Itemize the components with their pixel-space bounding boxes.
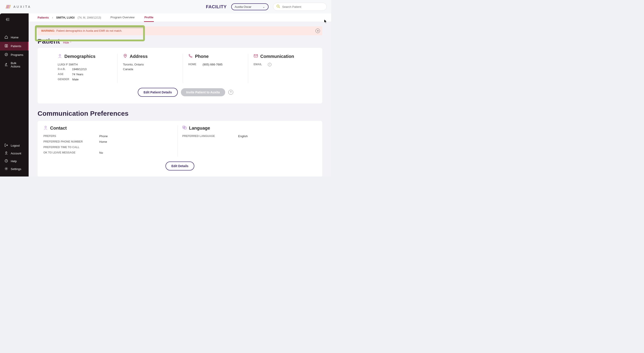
breadcrumb-patients-link[interactable]: Patients (38, 16, 49, 19)
communication-column: Communication EMAIL ! (248, 54, 313, 83)
patient-info-grid: Demographics LUIGI F SMITH D.o.B. 1948/1… (58, 54, 313, 83)
alert-icon: ! (268, 63, 272, 66)
language-column: A Language PREFERRED LANGUAGE English (178, 125, 316, 157)
sidebar-bottom: Logout Account ? Help Settings (0, 142, 28, 176)
invite-patient-button: Invite Patient to Auxita (181, 88, 225, 96)
sidebar-item-label: Settings (11, 167, 21, 171)
top-header: AUXITA FACILITY Auxita Oscar ⌄ (0, 0, 331, 13)
edit-patient-details-button[interactable]: Edit Patient Details (138, 88, 178, 97)
tabs: Program Overview Profile (110, 13, 154, 22)
help-icon: ? (4, 159, 8, 163)
facility-label: FACILITY (206, 4, 227, 9)
invite-help-button[interactable]: ? (228, 90, 233, 95)
hide-patient-link[interactable]: Hide ⌃ (63, 41, 72, 44)
breadcrumb-patient-name: SMITH, LUIGI (56, 16, 74, 19)
prefers-row: PREFERS Phone (44, 134, 173, 138)
pref-lang-row: PREFERRED LANGUAGE English (182, 134, 312, 138)
facility-select[interactable]: Auxita Oscar ⌄ (231, 3, 268, 10)
tab-profile[interactable]: Profile (144, 13, 154, 22)
age-field: AGE 74 Years (58, 73, 112, 76)
alert-close-button[interactable]: ✕ (316, 28, 320, 33)
sidebar-nav: Home Patients Programs Bulk Actions (0, 33, 28, 70)
alert-warning-label: WARNING: (41, 29, 55, 32)
comm-prefs-grid: Contact PREFERS Phone PREFERRED PHONE NU… (44, 125, 316, 157)
edit-comm-details-button[interactable]: Edit Details (166, 162, 194, 170)
patient-section-header: Patient Hide ⌃ (38, 37, 322, 45)
close-icon: ✕ (317, 29, 319, 32)
svg-rect-14 (254, 54, 258, 57)
language-icon: A (182, 125, 187, 131)
sidebar-item-label: Patients (11, 44, 21, 48)
sidebar-item-programs[interactable]: Programs (0, 50, 28, 59)
account-icon (4, 151, 8, 155)
sidebar-item-help[interactable]: ? Help (0, 157, 28, 165)
comm-prefs-section: Communication Preferences Contact PREFER… (38, 110, 322, 176)
patient-card: Demographics LUIGI F SMITH D.o.B. 1948/1… (38, 48, 322, 103)
patients-icon (4, 44, 8, 48)
patient-full-name: LUIGI F SMITH (58, 63, 112, 66)
language-header: A Language (182, 125, 312, 131)
pref-phone-row: PREFERRED PHONE NUMBER Home (44, 140, 173, 143)
phone-column: Phone HOME (905) 666-7685 (183, 54, 248, 83)
sidebar-item-home[interactable]: Home (0, 33, 28, 42)
person-icon (58, 54, 62, 59)
logo-text: AUXITA (14, 5, 31, 8)
bulk-actions-icon (4, 63, 8, 67)
pref-time-row: PREFERRED TIME TO CALL (44, 146, 173, 149)
logo[interactable]: AUXITA (5, 4, 31, 9)
gender-field: GENDER Male (58, 78, 112, 81)
programs-icon (4, 53, 8, 57)
sidebar-item-patients[interactable]: Patients (0, 42, 28, 50)
sidebar-item-bulk-actions[interactable]: Bulk Actions (0, 59, 28, 70)
address-column: Address Toronto, Ontario Canada (118, 54, 183, 83)
search-icon (276, 4, 280, 9)
svg-point-11 (6, 168, 7, 169)
search-input[interactable] (282, 5, 323, 8)
tab-program-overview[interactable]: Program Overview (110, 13, 135, 22)
alert-row: WARNING: Patient demographics in Auxita … (38, 26, 322, 35)
location-icon (123, 54, 128, 59)
sidebar-item-logout[interactable]: Logout (0, 142, 28, 149)
person-icon (44, 125, 48, 131)
demographics-header: Demographics (58, 54, 112, 59)
phone-icon (188, 54, 193, 59)
communication-header: Communication (254, 54, 308, 59)
logout-icon (4, 143, 8, 148)
svg-line-1 (279, 7, 280, 8)
search-box[interactable] (273, 3, 327, 11)
sidebar-item-label: Home (11, 36, 18, 39)
demographics-column: Demographics LUIGI F SMITH D.o.B. 1948/1… (58, 54, 118, 83)
sidebar-item-account[interactable]: Account (0, 149, 28, 157)
svg-text:?: ? (6, 160, 7, 162)
gear-icon (4, 167, 8, 171)
comm-button-row: Edit Details (44, 162, 316, 170)
chevron-down-icon: ⌄ (262, 5, 265, 8)
comm-prefs-card: Contact PREFERS Phone PREFERRED PHONE NU… (38, 121, 322, 176)
content-area: Patients › SMITH, LUIGI (74, M, 1948/12/… (28, 13, 331, 176)
phone-header: Phone (188, 54, 242, 59)
svg-point-12 (59, 54, 61, 56)
svg-rect-5 (5, 44, 8, 47)
mail-icon (254, 54, 258, 59)
sidebar-item-label: Logout (11, 144, 20, 147)
ok-msg-row: OK TO LEAVE MESSAGE No (44, 151, 173, 154)
sidebar-item-settings[interactable]: Settings (0, 165, 28, 173)
svg-point-0 (277, 5, 279, 7)
header-right: FACILITY Auxita Oscar ⌄ (206, 3, 327, 11)
home-icon (4, 35, 8, 39)
svg-point-15 (45, 126, 46, 128)
sub-header: Patients › SMITH, LUIGI (74, M, 1948/12/… (28, 13, 331, 22)
alert-box: WARNING: Patient demographics in Auxita … (38, 26, 322, 35)
email-field: EMAIL ! (254, 63, 308, 66)
collapse-sidebar-button[interactable] (0, 13, 28, 26)
patient-button-row: Edit Patient Details Invite Patient to A… (58, 88, 313, 97)
svg-point-6 (6, 45, 7, 46)
address-line-2: Canada (123, 67, 177, 71)
sidebar: Home Patients Programs Bulk Actions Logo… (0, 13, 28, 176)
dob-field: D.o.B. 1948/12/13 (58, 67, 112, 71)
svg-point-13 (125, 55, 126, 56)
breadcrumb-patient-meta: (74, M, 1948/12/13) (78, 16, 101, 19)
home-phone-field: HOME (905) 666-7685 (188, 63, 242, 66)
sidebar-item-label: Help (11, 160, 17, 163)
sidebar-item-label: Programs (11, 53, 23, 56)
